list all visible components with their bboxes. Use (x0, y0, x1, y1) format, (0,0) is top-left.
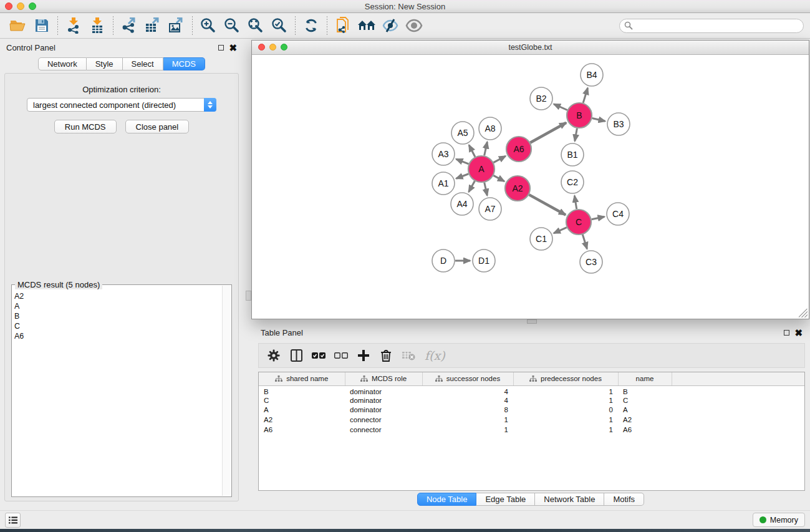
list-item[interactable]: A (14, 301, 222, 311)
network-node-A5[interactable]: A5 (451, 122, 474, 144)
vertical-splitter-handle[interactable] (246, 291, 251, 301)
function-builder-button[interactable]: f(x) (421, 346, 449, 365)
node-table[interactable]: shared name MCDS role successor nodes pr… (258, 372, 805, 491)
float-table-panel-icon[interactable] (784, 330, 789, 336)
zoom-network-icon[interactable] (281, 44, 287, 51)
export-image-button[interactable] (165, 15, 188, 36)
search-input[interactable] (619, 19, 804, 33)
network-node-A2[interactable]: A2 (505, 176, 530, 201)
tab-style[interactable]: Style (87, 57, 123, 70)
network-edge-C-C4[interactable] (592, 216, 605, 219)
tab-network[interactable]: Network (38, 57, 87, 70)
table-row[interactable]: Adominator 80 A (259, 405, 804, 415)
export-table-button[interactable] (141, 15, 165, 36)
select-all-button[interactable] (309, 346, 329, 365)
column-header-predecessor-nodes[interactable]: predecessor nodes (513, 372, 618, 385)
network-node-A1[interactable]: A1 (432, 172, 455, 195)
network-edge-A-A3[interactable] (456, 159, 468, 164)
import-table-button[interactable] (85, 15, 109, 36)
close-panel-button[interactable]: Close panel (125, 120, 190, 133)
cybrowser-button[interactable] (355, 15, 378, 36)
close-panel-icon[interactable]: ✖ (229, 45, 237, 51)
list-item[interactable]: C (14, 321, 222, 331)
network-node-B4[interactable]: B4 (581, 64, 603, 86)
run-mcds-button[interactable]: Run MCDS (54, 120, 117, 133)
show-details-button[interactable] (402, 15, 426, 36)
network-edge-B-B2[interactable] (554, 104, 567, 110)
table-row[interactable]: Cdominator 41 C (259, 395, 804, 405)
network-edge-B-B4[interactable] (583, 88, 587, 103)
zoom-fit-button[interactable] (244, 15, 268, 36)
column-header-name[interactable]: name (618, 372, 672, 385)
network-edge-B-B1[interactable] (575, 128, 577, 142)
network-edge-A2-C[interactable] (529, 195, 566, 215)
network-node-C1[interactable]: C1 (530, 228, 552, 250)
network-edge-C-C2[interactable] (574, 196, 576, 210)
open-file-button[interactable] (6, 15, 30, 36)
network-edge-A-A5[interactable] (469, 145, 475, 157)
tab-select[interactable]: Select (123, 57, 163, 70)
table-row[interactable]: Bdominator 41 B (259, 385, 804, 395)
app-titlebar[interactable]: Session: New Session (0, 0, 810, 13)
network-node-C2[interactable]: C2 (561, 171, 584, 193)
minimize-network-icon[interactable] (269, 44, 276, 51)
import-network-button[interactable] (62, 15, 85, 36)
tab-node-table[interactable]: Node Table (417, 493, 477, 506)
float-panel-icon[interactable] (218, 45, 224, 51)
column-header-successor-nodes[interactable]: successor nodes (422, 372, 513, 385)
tab-motifs[interactable]: Motifs (604, 493, 644, 506)
tab-network-table[interactable]: Network Table (535, 493, 604, 506)
delete-table-button[interactable] (398, 346, 418, 365)
close-table-panel-icon[interactable]: ✖ (794, 330, 803, 336)
save-session-button[interactable] (30, 15, 54, 36)
network-window-titlebar[interactable]: testGlobe.txt (252, 41, 809, 55)
network-edge-A-A1[interactable] (456, 174, 469, 178)
network-node-B3[interactable]: B3 (607, 113, 630, 135)
mcds-result-list[interactable]: A2 A B C A6 (14, 291, 222, 495)
zoom-window-icon[interactable] (29, 2, 36, 10)
network-node-B1[interactable]: B1 (561, 143, 584, 166)
network-node-C[interactable]: C (566, 210, 591, 235)
deselect-all-button[interactable] (331, 346, 351, 365)
network-edge-A-A8[interactable] (485, 142, 488, 156)
tab-edge-table[interactable]: Edge Table (476, 493, 535, 506)
network-node-C4[interactable]: C4 (607, 203, 629, 225)
network-node-A[interactable]: A (468, 156, 494, 182)
new-network-button[interactable] (331, 15, 355, 36)
criterion-select[interactable]: largest connected component (directed) (27, 98, 216, 112)
network-edge-C-C3[interactable] (582, 235, 587, 249)
show-columns-button[interactable] (286, 346, 306, 365)
network-edge-A-A6[interactable] (493, 156, 505, 162)
network-node-A6[interactable]: A6 (506, 137, 531, 162)
horizontal-splitter-handle[interactable] (527, 319, 537, 324)
column-header-shared-name[interactable]: shared name (259, 372, 345, 385)
zoom-selected-button[interactable] (268, 15, 291, 36)
network-edge-A-A7[interactable] (485, 182, 488, 195)
table-row[interactable]: A2connector 11 A2 (259, 415, 804, 425)
network-node-B[interactable]: B (567, 103, 592, 128)
close-network-icon[interactable] (258, 44, 265, 51)
list-item[interactable]: A6 (14, 331, 222, 341)
network-node-A3[interactable]: A3 (432, 143, 455, 165)
list-item[interactable]: B (14, 311, 222, 321)
network-edge-C-C1[interactable] (554, 228, 567, 233)
delete-column-button[interactable] (376, 346, 396, 365)
table-settings-button[interactable] (264, 346, 284, 365)
close-window-icon[interactable] (5, 2, 12, 10)
network-node-C3[interactable]: C3 (580, 251, 602, 273)
network-node-A8[interactable]: A8 (479, 117, 501, 140)
network-node-A7[interactable]: A7 (479, 198, 501, 220)
minimize-window-icon[interactable] (17, 2, 24, 10)
list-item[interactable]: A2 (14, 291, 222, 301)
add-column-button[interactable] (354, 346, 374, 365)
network-edge-B-B3[interactable] (592, 118, 605, 122)
zoom-in-button[interactable] (196, 15, 220, 36)
hide-details-button[interactable] (378, 15, 402, 36)
column-header-mcds-role[interactable]: MCDS role (345, 372, 422, 385)
network-node-A4[interactable]: A4 (451, 193, 473, 215)
network-node-B2[interactable]: B2 (530, 87, 552, 110)
network-edge-A6-B[interactable] (530, 123, 566, 143)
network-edge-A-A2[interactable] (493, 175, 504, 181)
memory-button[interactable]: Memory (753, 513, 805, 527)
refresh-button[interactable] (299, 15, 323, 36)
